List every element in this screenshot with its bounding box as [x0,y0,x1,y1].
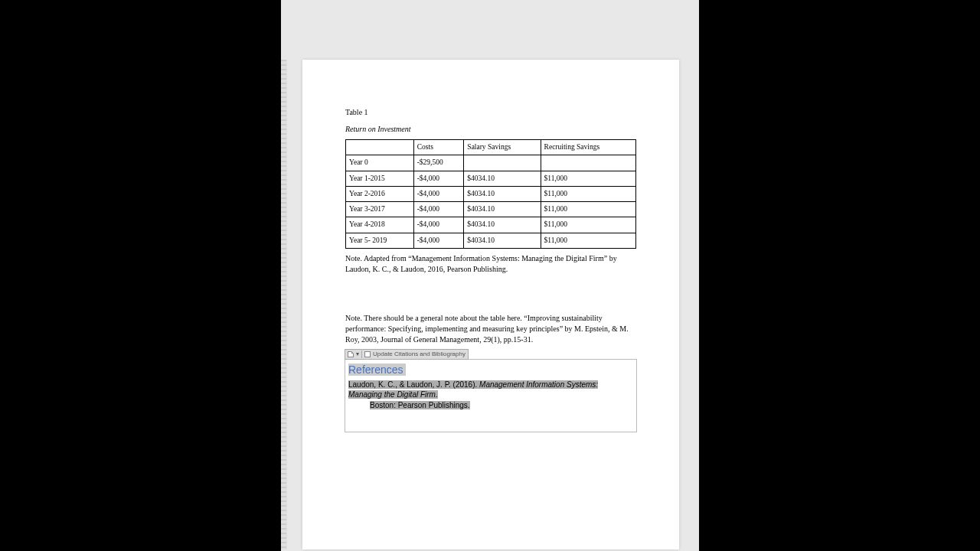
cell: Year 5- 2019 [346,233,414,248]
editor-canvas: Table 1 Return on Investment Costs Salar… [281,0,699,551]
col-header: Salary Savings [464,140,541,155]
update-bibliography-button[interactable]: Update Citations and Bibliography [373,350,466,358]
table-row: Year 5- 2019 -$4,000 $4034.10 $11,000 [346,233,636,248]
ref-publisher: Boston: Pearson Publishings. [370,401,470,409]
cell: $11,000 [541,233,635,248]
cell: $11,000 [541,186,635,201]
cell [464,155,541,171]
col-header [346,140,414,155]
cell: Year 3-2017 [346,202,414,217]
table-row: Year 4-2018 -$4,000 $4034.10 $11,000 [346,217,636,233]
refresh-icon [364,351,371,357]
references-heading: References [348,364,406,376]
cell: -$4,000 [413,171,464,186]
cell: $4034.10 [464,186,541,201]
cell: $11,000 [541,202,635,217]
document-page[interactable]: Table 1 Return on Investment Costs Salar… [302,60,679,549]
bibliography-toolbar[interactable]: ▾ Update Citations and Bibliography [345,349,469,360]
reference-entry: Laudon, K. C., & Laudon, J. P. (2016). M… [348,380,633,411]
cell: Year 4-2018 [346,217,414,233]
cell: $4034.10 [464,202,541,217]
dropdown-icon[interactable]: ▾ [356,350,359,358]
separator [361,350,362,358]
cell: -$4,000 [413,233,464,248]
ref-authors-year: Laudon, K. C., & Laudon, J. P. (2016). [348,380,479,389]
cell: $4034.10 [464,217,541,233]
table-source-note: Note. Adapted from “Management Informati… [345,253,636,275]
cell: -$29,500 [413,155,464,171]
cell: -$4,000 [413,202,464,217]
cell [541,155,635,171]
general-note: Note. There should be a general note abo… [345,313,636,345]
table-row: Year 2-2016 -$4,000 $4034.10 $11,000 [346,186,636,201]
table-header-row: Costs Salary Savings Recruiting Savings [346,140,636,155]
vertical-ruler [281,60,287,549]
cell: $11,000 [541,217,635,233]
cell: -$4,000 [413,186,464,201]
col-header: Costs [413,140,464,155]
bibliography-body: References Laudon, K. C., & Laudon, J. P… [345,360,636,432]
table-row: Year 3-2017 -$4,000 $4034.10 $11,000 [346,202,636,217]
cell: Year 2-2016 [346,186,414,201]
doc-icon [348,351,354,357]
cell: $11,000 [541,171,635,186]
cell: Year 1-2015 [346,171,414,186]
table-title: Return on Investment [345,124,636,135]
cell: Year 0 [346,155,414,171]
table-row: Year 1-2015 -$4,000 $4034.10 $11,000 [346,171,636,186]
col-header: Recruiting Savings [541,140,635,155]
cell: -$4,000 [413,217,464,233]
cell: $4034.10 [464,233,541,248]
roi-table: Costs Salary Savings Recruiting Savings … [345,139,636,249]
table-row: Year 0 -$29,500 [346,155,636,171]
cell: $4034.10 [464,171,541,186]
table-number: Table 1 [345,107,636,118]
bibliography-field[interactable]: ▾ Update Citations and Bibliography Refe… [345,359,637,432]
